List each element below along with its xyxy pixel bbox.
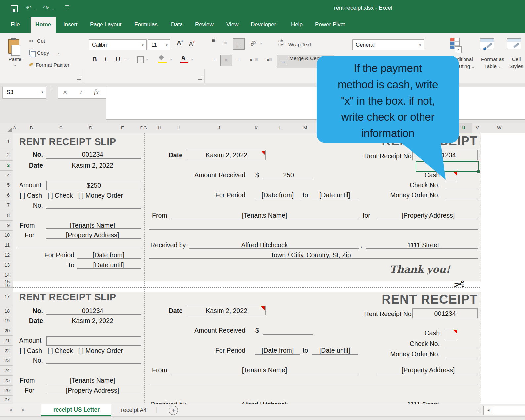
insert-function-icon[interactable]: fx [94,88,99,96]
enter-icon[interactable]: ✓ [79,89,83,96]
orientation-caret[interactable]: ⌄ [259,41,262,45]
increase-font-icon[interactable]: A˄ [177,39,183,47]
tab-help[interactable]: Help [286,17,307,33]
row-header-14[interactable]: 14 [0,270,13,280]
hscroll-left-arrow[interactable]: ◄ [483,406,493,415]
row-header-1[interactable]: 1 [0,133,13,149]
tab-data[interactable]: Data [166,17,187,33]
save-icon[interactable] [11,5,18,12]
italic-button[interactable]: I [104,56,106,63]
wrap-text-button[interactable]: Wrap Text [288,42,311,48]
decrease-indent-icon[interactable]: ⇤≡ [250,56,258,63]
name-box-splitter[interactable]: ⁞ [50,87,52,90]
paste-button[interactable]: Paste ⌄ [5,37,25,71]
format-painter-button[interactable]: Format Painter [36,62,70,68]
column-header-I[interactable]: I [172,123,186,133]
row-header-16[interactable]: 16 [0,283,13,288]
clipboard-dialog-launcher[interactable] [77,76,81,80]
row-header-19[interactable]: 19 [0,316,13,326]
column-header-B[interactable]: B [17,123,47,133]
row-header-4[interactable]: 4 [0,171,13,180]
row-header-20[interactable]: 20 [0,326,13,336]
bottom-align-button[interactable]: ≡ [233,38,245,50]
main-tenant[interactable]: [Tenants Name] [198,212,331,219]
copy-button[interactable]: Copy [37,50,49,56]
row-header-22[interactable]: 22 [0,346,13,356]
fill-color-caret[interactable]: ⌄ [169,57,172,61]
tab-formulas[interactable]: Formulas [130,17,162,33]
font-family-select[interactable]: Calibri ▾ [89,39,147,50]
decrease-font-icon[interactable]: A˅ [189,40,195,47]
column-header-W[interactable]: W [482,123,516,133]
sheet-tab-receipt-us-letter[interactable]: receipt US Letter [41,404,111,416]
column-header-F[interactable]: F [139,123,144,133]
row-header-5[interactable]: 5 [0,180,13,190]
slip-no-value[interactable]: 001234 [50,151,136,158]
column-header-V[interactable]: V [472,123,483,133]
column-header-H[interactable]: H [147,123,173,133]
orientation-icon[interactable]: ab [249,39,257,47]
fill-handle[interactable] [477,170,480,173]
main2-period-until[interactable]: [Date until] [311,347,359,354]
tab-insert[interactable]: Insert [59,17,82,33]
cancel-icon[interactable]: ✕ [63,89,67,96]
wrap-text-icon[interactable]: abc↵ [278,39,284,46]
row-header-7[interactable]: 7 [0,200,13,210]
format-painter-icon[interactable] [29,63,34,67]
row-header-17[interactable]: 17 [0,288,13,306]
sheet-tab-receipt-a4[interactable]: receipt A4 [112,404,155,416]
middle-align-button[interactable]: ≡ [220,38,231,49]
column-header-C[interactable]: C [46,123,76,133]
redo-dropdown-icon[interactable]: ⌄ [52,7,54,11]
main2-property[interactable]: [Property Address] [384,366,473,374]
row-header-11[interactable]: 11 [0,240,13,250]
main-received-value[interactable]: Alfred Hitchcock [198,241,331,249]
row-header-15[interactable]: 15 [0,280,13,283]
row-header-13[interactable]: 13 [0,260,13,270]
main-date-value[interactable]: Kasım 2, 2022 [187,151,266,159]
redo-icon[interactable]: ↷ [43,4,49,12]
column-header-L[interactable]: L [260,123,301,133]
bold-button[interactable]: B [92,56,97,63]
row-header-9[interactable]: 9 [0,221,13,231]
tabbar-resize-handle[interactable]: ⁞ [478,407,479,412]
row-header-3[interactable]: 3 [0,161,13,171]
undo-dropdown-icon[interactable]: ⌄ [34,7,37,11]
cut-button[interactable]: Cut [37,38,45,44]
cut-icon[interactable]: ✂ [29,38,34,45]
slip-date-value[interactable]: Kasım 2, 2022 [50,162,136,169]
slip2-from-value[interactable]: [Tenants Name] [50,377,136,384]
tab-home[interactable]: Home [31,17,56,33]
row-header-26[interactable]: 26 [0,386,13,396]
cell-styles-label-2[interactable]: Styles [500,63,525,69]
main-period-from[interactable]: [Date from] [255,191,301,199]
borders-caret[interactable]: ⌄ [145,57,148,61]
main-street[interactable]: 1111 Street [377,241,469,249]
sheet-nav-next-icon[interactable]: ► [21,407,26,412]
row-header-2[interactable]: 2 [0,149,13,161]
row-header-27[interactable]: 27 [0,396,13,404]
main2-tenant[interactable]: [Tenants Name] [198,366,331,374]
underline-caret[interactable]: ⌄ [125,57,128,61]
tab-review[interactable]: Review [190,17,218,33]
main-amount-value[interactable]: 250 [263,171,314,179]
main-receipt-no-value[interactable]: 001234 [412,151,478,159]
main2-date-value[interactable]: Kasım 2, 2022 [187,307,266,315]
row-header-10[interactable]: 10 [0,231,13,240]
main-period-until[interactable]: [Date until] [311,191,359,199]
tab-file[interactable]: File [6,17,24,33]
tab-power-pivot[interactable]: Power Pivot [310,17,350,33]
main-property[interactable]: [Property Address] [384,212,473,219]
row-header-23[interactable]: 23 [0,356,13,366]
hscroll-thumb[interactable] [493,406,525,415]
cell-styles-label-1[interactable]: Cell [500,56,525,62]
column-header-blank[interactable] [516,123,525,133]
row-header-6[interactable]: 6 [0,190,13,200]
align-right-button[interactable]: ≡ [233,55,244,65]
top-align-button[interactable]: ≡ [208,38,219,49]
main2-receipt-no-value[interactable]: 001234 [412,310,478,317]
row-header-12[interactable]: 12 [0,250,13,260]
row-header-21[interactable]: 21 [0,336,13,346]
slip-amount-value[interactable]: $250 [46,182,141,189]
fill-color-icon[interactable] [159,55,164,60]
